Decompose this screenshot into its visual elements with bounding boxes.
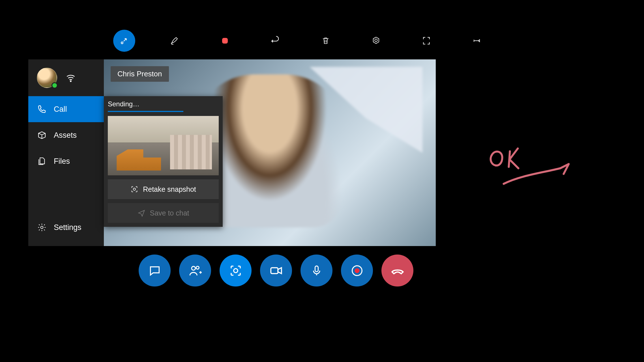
snapshot-panel: Sending… Retake snapshot Save to chat — [104, 96, 223, 227]
call-controls — [139, 255, 413, 286]
call-window: Call Assets Files — [28, 59, 436, 246]
svg-point-3 — [70, 81, 71, 82]
save-label: Save to chat — [150, 209, 189, 217]
save-to-chat-button[interactable]: Save to chat — [108, 203, 219, 223]
svg-point-6 — [192, 266, 195, 270]
stop-record-button[interactable] — [214, 30, 236, 52]
svg-point-0 — [121, 42, 123, 44]
caller-name-label: Chris Preston — [111, 66, 169, 82]
pen-button[interactable] — [164, 30, 186, 52]
send-icon — [138, 209, 145, 217]
snapshot-frame-icon — [130, 185, 138, 193]
collapse-button[interactable] — [113, 30, 135, 52]
wifi-icon — [66, 73, 76, 83]
retake-label: Retake snapshot — [143, 185, 196, 193]
top-toolbar — [113, 30, 488, 52]
svg-point-4 — [41, 226, 43, 229]
svg-rect-9 — [271, 268, 278, 273]
svg-rect-1 — [222, 38, 228, 44]
record-button[interactable] — [341, 255, 373, 286]
pin-button[interactable] — [466, 30, 488, 52]
snapshot-thumbnail — [108, 116, 219, 175]
sidebar-item-label: Assets — [54, 131, 77, 140]
box-icon — [37, 131, 47, 140]
sidebar-item-label: Call — [54, 105, 67, 114]
chat-button[interactable] — [139, 255, 171, 286]
svg-point-8 — [233, 268, 237, 272]
undo-button[interactable] — [264, 30, 286, 52]
sidebar-item-label: Settings — [54, 223, 81, 232]
snapshot-status: Sending… — [108, 100, 219, 108]
snapshot-button[interactable] — [220, 255, 252, 286]
sidebar-item-settings[interactable]: Settings — [28, 214, 81, 240]
ink-annotation — [487, 141, 577, 192]
sidebar-header — [28, 59, 104, 96]
svg-point-2 — [375, 39, 377, 42]
sidebar-item-files[interactable]: Files — [28, 148, 104, 174]
svg-point-5 — [133, 188, 136, 190]
svg-rect-10 — [315, 266, 318, 272]
caller-name-text: Chris Preston — [117, 70, 162, 78]
video-button[interactable] — [260, 255, 292, 286]
avatar[interactable] — [37, 68, 57, 88]
sidebar-item-assets[interactable]: Assets — [28, 122, 104, 148]
mic-button[interactable] — [300, 255, 332, 286]
sidebar-item-label: Files — [54, 157, 70, 166]
files-icon — [37, 157, 47, 166]
add-participant-button[interactable] — [179, 255, 211, 286]
hangup-button[interactable] — [381, 255, 413, 286]
phone-icon — [37, 105, 47, 114]
lens-button[interactable] — [365, 30, 387, 52]
presence-available-icon — [51, 82, 58, 89]
svg-point-12 — [355, 268, 359, 273]
gear-icon — [37, 223, 47, 232]
sidebar-item-call[interactable]: Call — [28, 96, 104, 122]
sidebar: Call Assets Files — [28, 59, 104, 246]
fullscreen-button[interactable] — [415, 30, 437, 52]
svg-point-7 — [196, 266, 199, 269]
trash-button[interactable] — [315, 30, 337, 52]
retake-snapshot-button[interactable]: Retake snapshot — [108, 179, 219, 199]
snapshot-progress-bar — [108, 111, 183, 112]
